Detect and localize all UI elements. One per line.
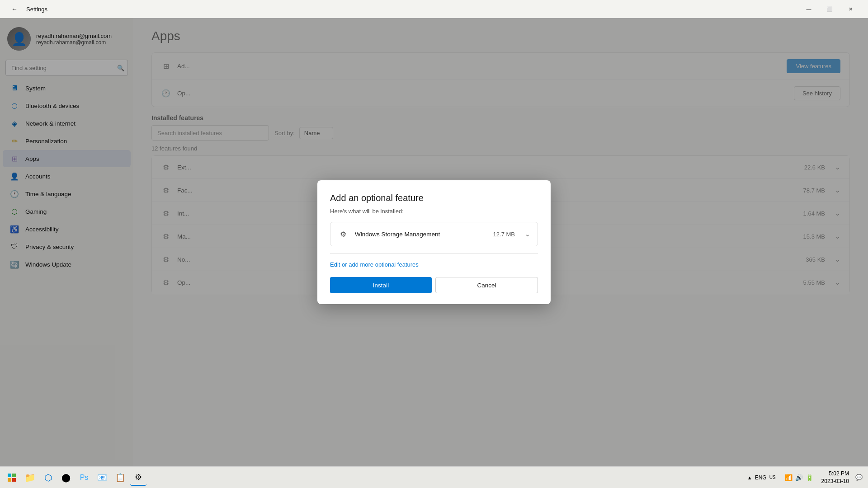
modal-feature-name: Windows Storage Management bbox=[355, 231, 487, 238]
taskbar-chrome-icon[interactable]: ⬤ bbox=[58, 469, 74, 486]
modal-feature-item: ⚙ Windows Storage Management 12.7 MB ⌄ bbox=[330, 222, 538, 246]
notification-button[interactable]: 💬 bbox=[854, 469, 864, 486]
minimize-button[interactable]: — bbox=[798, 2, 819, 16]
title-bar: ← Settings — ⬜ ✕ bbox=[0, 0, 868, 18]
modal-title: Add an optional feature bbox=[330, 193, 538, 203]
svg-rect-3 bbox=[12, 478, 16, 482]
svg-rect-1 bbox=[12, 474, 16, 477]
taskbar-clip-icon[interactable]: 📋 bbox=[112, 469, 128, 486]
cancel-button[interactable]: Cancel bbox=[435, 277, 538, 293]
modal-feature-icon: ⚙ bbox=[338, 229, 349, 239]
battery-icon: 🔋 bbox=[806, 474, 813, 481]
modal-buttons: Install Cancel bbox=[330, 277, 538, 293]
taskbar-ps-icon[interactable]: Ps bbox=[76, 469, 92, 486]
modal-overlay: Add an optional feature Here's what will… bbox=[0, 18, 868, 466]
volume-icon: 🔊 bbox=[795, 474, 803, 481]
chevron-up-icon: ▲ bbox=[747, 475, 752, 480]
maximize-button[interactable]: ⬜ bbox=[819, 2, 840, 16]
edit-optional-features-link[interactable]: Edit or add more optional features bbox=[330, 261, 538, 268]
system-tray[interactable]: ▲ ENG US bbox=[744, 473, 779, 483]
taskbar-mail-icon[interactable]: 📧 bbox=[94, 469, 110, 486]
close-button[interactable]: ✕ bbox=[840, 2, 861, 16]
back-button[interactable]: ← bbox=[7, 2, 22, 16]
modal-divider bbox=[330, 253, 538, 254]
taskbar-edge-icon[interactable]: ⬡ bbox=[40, 469, 56, 486]
clock[interactable]: 5:02 PM 2023-03-10 bbox=[819, 468, 852, 487]
install-button[interactable]: Install bbox=[330, 277, 432, 293]
add-optional-feature-modal: Add an optional feature Here's what will… bbox=[317, 180, 551, 304]
modal-expand-button[interactable]: ⌄ bbox=[525, 230, 530, 238]
svg-rect-2 bbox=[8, 478, 11, 482]
start-button[interactable] bbox=[4, 469, 20, 486]
time-display: 5:02 PM bbox=[821, 470, 849, 478]
wifi-icon: 📶 bbox=[785, 474, 793, 481]
taskbar-settings-icon[interactable]: ⚙ bbox=[130, 469, 146, 486]
date-display: 2023-03-10 bbox=[821, 478, 849, 485]
notification-icon: 💬 bbox=[855, 474, 863, 481]
svg-rect-0 bbox=[8, 474, 11, 477]
modal-feature-list: ⚙ Windows Storage Management 12.7 MB ⌄ bbox=[330, 222, 538, 246]
taskbar: 📁 ⬡ ⬤ Ps 📧 📋 ⚙ ▲ ENG US 📶 🔊 🔋 5:02 PM 20… bbox=[0, 466, 868, 488]
window-title: Settings bbox=[26, 6, 794, 13]
language-indicator: ENG bbox=[755, 474, 767, 481]
window-controls: — ⬜ ✕ bbox=[798, 2, 861, 16]
network-tray[interactable]: 📶 🔊 🔋 bbox=[781, 472, 817, 483]
modal-subtitle: Here's what will be installed: bbox=[330, 208, 538, 215]
region-indicator: US bbox=[769, 475, 776, 480]
taskbar-explorer-icon[interactable]: 📁 bbox=[22, 469, 38, 486]
modal-feature-size: 12.7 MB bbox=[493, 231, 515, 238]
